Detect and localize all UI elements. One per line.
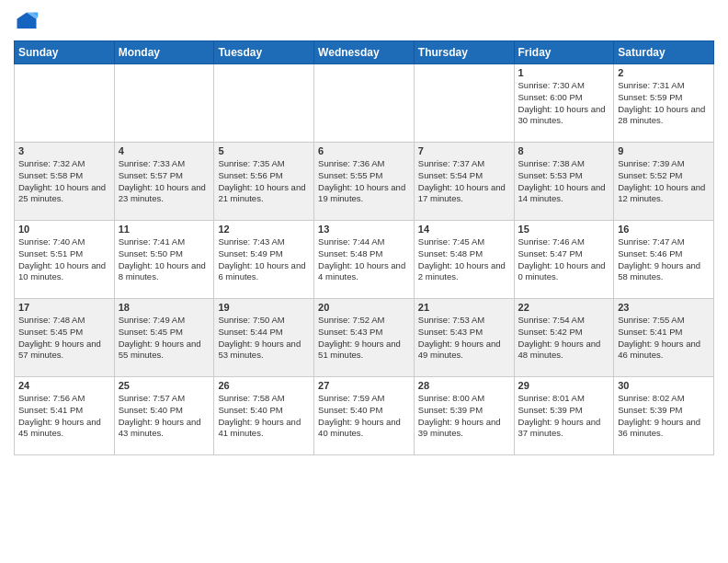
day-info: Sunrise: 7:41 AMSunset: 5:50 PMDaylight:… bbox=[119, 236, 210, 283]
calendar-week-4: 17Sunrise: 7:48 AMSunset: 5:45 PMDayligh… bbox=[15, 299, 714, 377]
day-info: Sunrise: 7:31 AMSunset: 5:59 PMDaylight:… bbox=[618, 80, 710, 127]
day-info: Sunrise: 7:56 AMSunset: 5:41 PMDaylight:… bbox=[18, 393, 110, 440]
weekday-header-wednesday: Wednesday bbox=[314, 41, 415, 64]
calendar-cell: 3Sunrise: 7:32 AMSunset: 5:58 PMDaylight… bbox=[15, 143, 115, 221]
calendar-cell: 2Sunrise: 7:31 AMSunset: 5:59 PMDaylight… bbox=[614, 64, 714, 143]
calendar-cell: 19Sunrise: 7:50 AMSunset: 5:44 PMDayligh… bbox=[214, 299, 314, 377]
calendar-cell: 25Sunrise: 7:57 AMSunset: 5:40 PMDayligh… bbox=[114, 377, 214, 455]
day-info: Sunrise: 7:52 AMSunset: 5:43 PMDaylight:… bbox=[318, 315, 410, 362]
day-info: Sunrise: 7:54 AMSunset: 5:42 PMDaylight:… bbox=[518, 315, 610, 362]
day-number: 7 bbox=[418, 145, 510, 156]
day-info: Sunrise: 7:45 AMSunset: 5:48 PMDaylight:… bbox=[418, 236, 510, 283]
weekday-header-saturday: Saturday bbox=[614, 41, 714, 64]
day-info: Sunrise: 7:40 AMSunset: 5:51 PMDaylight:… bbox=[18, 236, 110, 283]
calendar-cell: 30Sunrise: 8:02 AMSunset: 5:39 PMDayligh… bbox=[614, 377, 714, 455]
day-number: 8 bbox=[518, 145, 610, 156]
weekday-header-sunday: Sunday bbox=[15, 41, 115, 64]
page: SundayMondayTuesdayWednesdayThursdayFrid… bbox=[0, 0, 728, 465]
calendar-cell: 14Sunrise: 7:45 AMSunset: 5:48 PMDayligh… bbox=[414, 221, 514, 299]
weekday-header-monday: Monday bbox=[114, 41, 214, 64]
calendar-cell: 11Sunrise: 7:41 AMSunset: 5:50 PMDayligh… bbox=[114, 221, 214, 299]
calendar-cell: 20Sunrise: 7:52 AMSunset: 5:43 PMDayligh… bbox=[314, 299, 415, 377]
day-number: 4 bbox=[119, 145, 210, 156]
weekday-header-thursday: Thursday bbox=[414, 41, 514, 64]
weekday-header-tuesday: Tuesday bbox=[214, 41, 314, 64]
day-info: Sunrise: 7:33 AMSunset: 5:57 PMDaylight:… bbox=[119, 158, 210, 205]
day-number: 26 bbox=[218, 380, 310, 391]
calendar-cell: 1Sunrise: 7:30 AMSunset: 6:00 PMDaylight… bbox=[514, 64, 614, 143]
calendar-cell bbox=[314, 64, 415, 143]
day-number: 29 bbox=[518, 380, 610, 391]
day-number: 19 bbox=[218, 302, 310, 313]
calendar-cell: 10Sunrise: 7:40 AMSunset: 5:51 PMDayligh… bbox=[15, 221, 115, 299]
calendar-cell: 15Sunrise: 7:46 AMSunset: 5:47 PMDayligh… bbox=[514, 221, 614, 299]
calendar-cell: 4Sunrise: 7:33 AMSunset: 5:57 PMDaylight… bbox=[114, 143, 214, 221]
calendar-cell: 29Sunrise: 8:01 AMSunset: 5:39 PMDayligh… bbox=[514, 377, 614, 455]
day-number: 28 bbox=[418, 380, 510, 391]
day-number: 10 bbox=[18, 224, 110, 235]
calendar-cell: 5Sunrise: 7:35 AMSunset: 5:56 PMDaylight… bbox=[214, 143, 314, 221]
calendar-cell: 26Sunrise: 7:58 AMSunset: 5:40 PMDayligh… bbox=[214, 377, 314, 455]
calendar-cell: 9Sunrise: 7:39 AMSunset: 5:52 PMDaylight… bbox=[614, 143, 714, 221]
day-info: Sunrise: 7:44 AMSunset: 5:48 PMDaylight:… bbox=[318, 236, 410, 283]
day-number: 23 bbox=[618, 302, 710, 313]
day-number: 1 bbox=[518, 67, 610, 78]
day-number: 25 bbox=[119, 380, 210, 391]
day-number: 18 bbox=[119, 302, 210, 313]
calendar-cell: 28Sunrise: 8:00 AMSunset: 5:39 PMDayligh… bbox=[414, 377, 514, 455]
day-info: Sunrise: 7:37 AMSunset: 5:54 PMDaylight:… bbox=[418, 158, 510, 205]
calendar-cell: 21Sunrise: 7:53 AMSunset: 5:43 PMDayligh… bbox=[414, 299, 514, 377]
day-info: Sunrise: 7:35 AMSunset: 5:56 PMDaylight:… bbox=[218, 158, 310, 205]
day-number: 17 bbox=[18, 302, 110, 313]
calendar-cell: 18Sunrise: 7:49 AMSunset: 5:45 PMDayligh… bbox=[114, 299, 214, 377]
day-info: Sunrise: 7:59 AMSunset: 5:40 PMDaylight:… bbox=[318, 393, 410, 440]
calendar-cell bbox=[114, 64, 214, 143]
day-info: Sunrise: 7:39 AMSunset: 5:52 PMDaylight:… bbox=[618, 158, 710, 205]
calendar-week-3: 10Sunrise: 7:40 AMSunset: 5:51 PMDayligh… bbox=[15, 221, 714, 299]
day-info: Sunrise: 7:38 AMSunset: 5:53 PMDaylight:… bbox=[518, 158, 610, 205]
calendar-cell: 23Sunrise: 7:55 AMSunset: 5:41 PMDayligh… bbox=[614, 299, 714, 377]
day-number: 16 bbox=[618, 224, 710, 235]
day-number: 27 bbox=[318, 380, 410, 391]
day-number: 24 bbox=[18, 380, 110, 391]
day-info: Sunrise: 7:46 AMSunset: 5:47 PMDaylight:… bbox=[518, 236, 610, 283]
day-info: Sunrise: 8:01 AMSunset: 5:39 PMDaylight:… bbox=[518, 393, 610, 440]
day-info: Sunrise: 7:32 AMSunset: 5:58 PMDaylight:… bbox=[18, 158, 110, 205]
day-number: 11 bbox=[119, 224, 210, 235]
calendar-cell: 6Sunrise: 7:36 AMSunset: 5:55 PMDaylight… bbox=[314, 143, 415, 221]
day-number: 22 bbox=[518, 302, 610, 313]
day-info: Sunrise: 7:57 AMSunset: 5:40 PMDaylight:… bbox=[119, 393, 210, 440]
weekday-header-friday: Friday bbox=[514, 41, 614, 64]
day-info: Sunrise: 7:48 AMSunset: 5:45 PMDaylight:… bbox=[18, 315, 110, 362]
day-number: 9 bbox=[618, 145, 710, 156]
calendar: SundayMondayTuesdayWednesdayThursdayFrid… bbox=[14, 40, 714, 455]
calendar-cell: 24Sunrise: 7:56 AMSunset: 5:41 PMDayligh… bbox=[15, 377, 115, 455]
calendar-cell: 7Sunrise: 7:37 AMSunset: 5:54 PMDaylight… bbox=[414, 143, 514, 221]
day-info: Sunrise: 7:58 AMSunset: 5:40 PMDaylight:… bbox=[218, 393, 310, 440]
header bbox=[14, 9, 714, 35]
day-number: 15 bbox=[518, 224, 610, 235]
calendar-cell: 8Sunrise: 7:38 AMSunset: 5:53 PMDaylight… bbox=[514, 143, 614, 221]
calendar-cell: 27Sunrise: 7:59 AMSunset: 5:40 PMDayligh… bbox=[314, 377, 415, 455]
day-number: 14 bbox=[418, 224, 510, 235]
day-number: 6 bbox=[318, 145, 410, 156]
calendar-week-1: 1Sunrise: 7:30 AMSunset: 6:00 PMDaylight… bbox=[15, 64, 714, 143]
calendar-week-2: 3Sunrise: 7:32 AMSunset: 5:58 PMDaylight… bbox=[15, 143, 714, 221]
day-info: Sunrise: 7:49 AMSunset: 5:45 PMDaylight:… bbox=[119, 315, 210, 362]
calendar-week-5: 24Sunrise: 7:56 AMSunset: 5:41 PMDayligh… bbox=[15, 377, 714, 455]
day-number: 5 bbox=[218, 145, 310, 156]
day-info: Sunrise: 7:50 AMSunset: 5:44 PMDaylight:… bbox=[218, 315, 310, 362]
day-info: Sunrise: 8:02 AMSunset: 5:39 PMDaylight:… bbox=[618, 393, 710, 440]
logo-icon bbox=[14, 9, 40, 35]
day-info: Sunrise: 7:53 AMSunset: 5:43 PMDaylight:… bbox=[418, 315, 510, 362]
day-number: 21 bbox=[418, 302, 510, 313]
day-number: 12 bbox=[218, 224, 310, 235]
day-info: Sunrise: 7:43 AMSunset: 5:49 PMDaylight:… bbox=[218, 236, 310, 283]
day-info: Sunrise: 8:00 AMSunset: 5:39 PMDaylight:… bbox=[418, 393, 510, 440]
calendar-cell bbox=[15, 64, 115, 143]
calendar-cell bbox=[214, 64, 314, 143]
calendar-cell: 13Sunrise: 7:44 AMSunset: 5:48 PMDayligh… bbox=[314, 221, 415, 299]
day-number: 3 bbox=[18, 145, 110, 156]
day-number: 13 bbox=[318, 224, 410, 235]
day-number: 2 bbox=[618, 67, 710, 78]
